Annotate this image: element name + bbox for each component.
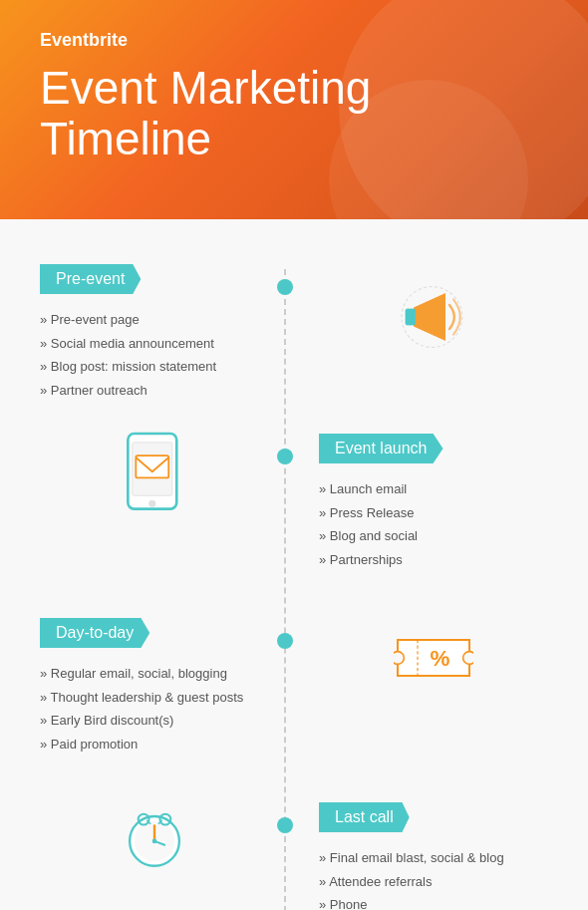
pre-event-left: Pre-event Pre-event page Social media an…	[40, 264, 269, 406]
timeline: Pre-event Pre-event page Social media an…	[0, 249, 588, 910]
list-item: Blog and social	[319, 524, 548, 548]
pre-event-items: Pre-event page Social media announcement…	[40, 304, 269, 406]
launch-items: Launch email Press Release Blog and soci…	[319, 473, 548, 575]
clock-icon	[40, 802, 269, 872]
svg-rect-5	[136, 455, 168, 477]
dtd-items: Regular email, social, blogging Thought …	[40, 658, 269, 759]
svg-point-6	[394, 652, 404, 665]
timeline-dot-launch	[277, 449, 293, 464]
page-title: Event Marketing Timeline	[40, 63, 548, 163]
list-item: Launch email	[319, 477, 548, 501]
list-item: Social media announcement	[40, 332, 269, 356]
list-item: Blog post: mission statement	[40, 355, 269, 379]
brand-name: Eventbrite	[40, 30, 548, 51]
main-content: Pre-event Pre-event page Social media an…	[0, 219, 588, 910]
lc-right: Last call Final email blast, social & bl…	[319, 802, 548, 910]
pre-event-label: Pre-event	[40, 264, 141, 294]
section-pre-event: Pre-event Pre-event page Social media an…	[0, 249, 588, 409]
list-item: Thought leadership & guest posts	[40, 686, 269, 710]
list-item: Partner outreach	[40, 379, 269, 403]
timeline-dot-lc	[277, 817, 293, 833]
ticket-icon: %	[319, 623, 548, 693]
launch-right: Event launch Launch email Press Release …	[319, 434, 548, 575]
lc-label: Last call	[319, 802, 410, 832]
list-item: Final email blast, social & blog	[319, 846, 548, 870]
list-item: Early Bird discount(s)	[40, 709, 269, 733]
section-last-call: Last call Final email blast, social & bl…	[0, 787, 588, 910]
list-item: Pre-event page	[40, 308, 269, 332]
svg-point-7	[463, 652, 473, 665]
timeline-dot-dtd	[277, 633, 293, 649]
list-item: Attendee referrals	[319, 870, 548, 894]
svg-point-14	[152, 839, 157, 844]
list-item: Paid promotion	[40, 733, 269, 757]
header: Eventbrite Event Marketing Timeline	[0, 0, 588, 219]
list-item: Partnerships	[319, 548, 548, 572]
phone-icon	[40, 429, 269, 518]
svg-rect-0	[406, 309, 416, 325]
list-item: Regular email, social, blogging	[40, 662, 269, 686]
svg-text:%: %	[430, 646, 449, 671]
svg-point-4	[148, 500, 155, 507]
launch-label: Event launch	[319, 434, 443, 463]
list-item: Press Release	[319, 501, 548, 525]
list-item: Phone	[319, 893, 548, 910]
timeline-dot-pre-event	[277, 279, 293, 295]
section-event-launch: Event launch Launch email Press Release …	[0, 419, 588, 593]
lc-items: Final email blast, social & blog Attende…	[319, 842, 548, 910]
section-day-to-day: Day-to-day Regular email, social, bloggi…	[0, 603, 588, 777]
dtd-left: Day-to-day Regular email, social, bloggi…	[40, 618, 269, 759]
dtd-label: Day-to-day	[40, 618, 149, 648]
megaphone-icon	[319, 269, 548, 349]
